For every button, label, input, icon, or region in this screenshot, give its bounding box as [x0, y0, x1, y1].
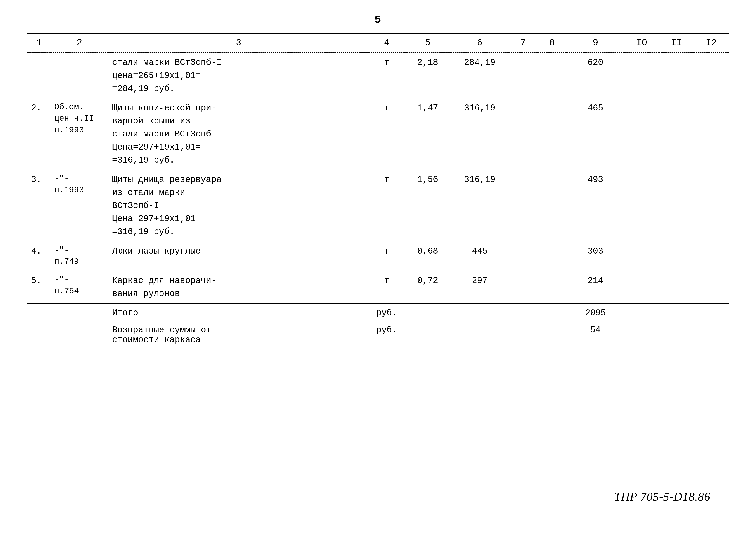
page-container: 5 1 2 3 4 5 6 7 8 9 IO II I2 ст [0, 0, 756, 540]
row2-col10 [624, 98, 659, 170]
row4-col12 [694, 241, 728, 271]
row1-col3: стали марки ВСтЗспб-Iцена=265+19х1,01==2… [108, 53, 369, 98]
row1-col6: 284,19 [451, 53, 509, 98]
row2-col6: 316,19 [451, 98, 509, 170]
row3-col2: -"-п.1993 [51, 170, 108, 241]
total2-col12 [694, 322, 728, 348]
row2-col7 [509, 98, 538, 170]
row3-col12 [694, 170, 728, 241]
page-number: 5 [28, 14, 728, 26]
total1-unit: руб. [369, 304, 404, 322]
total1-label: Итого [108, 304, 369, 322]
row2-col12 [694, 98, 728, 170]
total1-col10 [624, 304, 659, 322]
row3-col10 [624, 170, 659, 241]
total2-label: Возвратные суммы отстоимости каркаса [108, 322, 369, 348]
row5-col10 [624, 271, 659, 304]
row5-col7 [509, 271, 538, 304]
row5-col12 [694, 271, 728, 304]
total1-col2 [51, 304, 108, 322]
table-row: 5. -"-п.754 Каркас для наворачи-вания ру… [28, 271, 728, 304]
row4-col5: 0,68 [404, 241, 451, 271]
row1-col4: т [369, 53, 404, 98]
row2-col2: Об.см.цен ч.IIп.1993 [51, 98, 108, 170]
header-col-9: 9 [567, 33, 624, 53]
header-col-8: 8 [538, 33, 567, 53]
row3-col4: т [369, 170, 404, 241]
watermark: ТПР 705-5-D18.86 [614, 490, 710, 503]
row5-col6: 297 [451, 271, 509, 304]
total-row-1: Итого руб. 2095 [28, 304, 728, 322]
header-col-5: 5 [404, 33, 451, 53]
total1-col5 [404, 304, 451, 322]
total1-col6 [451, 304, 509, 322]
total2-col5 [404, 322, 451, 348]
row4-col6: 445 [451, 241, 509, 271]
row4-col2: -"-п.749 [51, 241, 108, 271]
row3-col1: 3. [28, 170, 51, 241]
row1-col7 [509, 53, 538, 98]
row5-col4: т [369, 271, 404, 304]
row2-col8 [538, 98, 567, 170]
row4-col10 [624, 241, 659, 271]
table-row: 3. -"-п.1993 Щиты днища резервуараиз ста… [28, 170, 728, 241]
row1-col5: 2,18 [404, 53, 451, 98]
header-col-7: 7 [509, 33, 538, 53]
row1-col1 [28, 53, 51, 98]
row4-col9: 303 [567, 241, 624, 271]
header-col-12: I2 [694, 33, 728, 53]
total2-col11 [659, 322, 694, 348]
total2-col2 [51, 322, 108, 348]
row3-col11 [659, 170, 694, 241]
row1-col9: 620 [567, 53, 624, 98]
row3-col3: Щиты днища резервуараиз стали маркиВСтЗс… [108, 170, 369, 241]
row5-col5: 0,72 [404, 271, 451, 304]
row3-col7 [509, 170, 538, 241]
row4-col7 [509, 241, 538, 271]
row2-col3: Щиты конической при-варной крыши изстали… [108, 98, 369, 170]
table-row: 4. -"-п.749 Люки-лазы круглые т 0,68 445… [28, 241, 728, 271]
table-row: 2. Об.см.цен ч.IIп.1993 Щиты конической … [28, 98, 728, 170]
header-col-10: IO [624, 33, 659, 53]
row2-col1: 2. [28, 98, 51, 170]
total1-col11 [659, 304, 694, 322]
row2-col4: т [369, 98, 404, 170]
row3-col8 [538, 170, 567, 241]
header-col-6: 6 [451, 33, 509, 53]
row5-col8 [538, 271, 567, 304]
table-row: стали марки ВСтЗспб-Iцена=265+19х1,01==2… [28, 53, 728, 98]
total2-col8 [538, 322, 567, 348]
row5-col9: 214 [567, 271, 624, 304]
total2-col7 [509, 322, 538, 348]
row1-col10 [624, 53, 659, 98]
row5-col3: Каркас для наворачи-вания рулонов [108, 271, 369, 304]
row5-col1: 5. [28, 271, 51, 304]
row4-col11 [659, 241, 694, 271]
row5-col2: -"-п.754 [51, 271, 108, 304]
total2-value: 54 [567, 322, 624, 348]
header-col-2: 2 [51, 33, 108, 53]
total1-col8 [538, 304, 567, 322]
main-table: 1 2 3 4 5 6 7 8 9 IO II I2 стали марки В… [28, 33, 728, 348]
total1-col7 [509, 304, 538, 322]
row1-col11 [659, 53, 694, 98]
header-col-4: 4 [369, 33, 404, 53]
row3-col5: 1,56 [404, 170, 451, 241]
table-header-row: 1 2 3 4 5 6 7 8 9 IO II I2 [28, 33, 728, 53]
row2-col9: 465 [567, 98, 624, 170]
row1-col2 [51, 53, 108, 98]
total1-col1 [28, 304, 51, 322]
total1-col12 [694, 304, 728, 322]
total2-col1 [28, 322, 51, 348]
row3-col9: 493 [567, 170, 624, 241]
row5-col11 [659, 271, 694, 304]
total2-col6 [451, 322, 509, 348]
row4-col4: т [369, 241, 404, 271]
row2-col5: 1,47 [404, 98, 451, 170]
row4-col8 [538, 241, 567, 271]
row4-col1: 4. [28, 241, 51, 271]
header-col-3: 3 [108, 33, 369, 53]
row2-col11 [659, 98, 694, 170]
total2-unit: руб. [369, 322, 404, 348]
total2-col10 [624, 322, 659, 348]
